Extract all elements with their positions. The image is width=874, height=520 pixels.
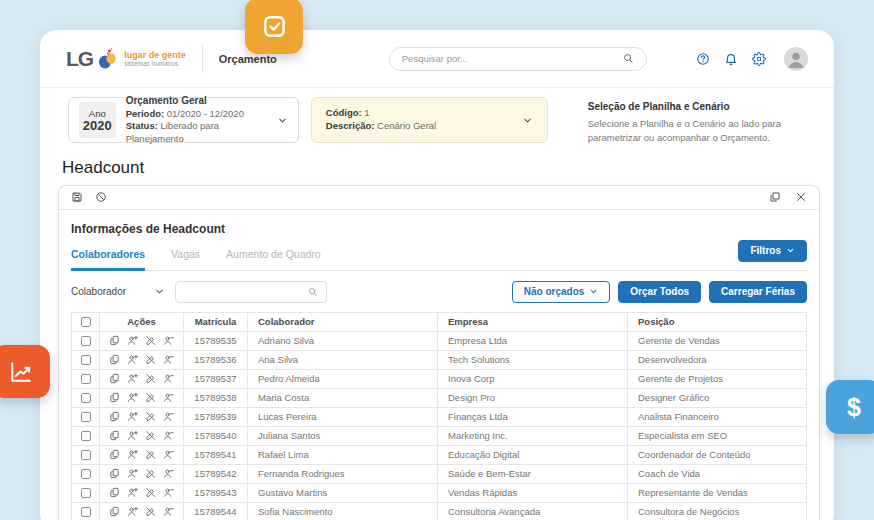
posicao-cell: Gerente de Vendas <box>628 331 807 350</box>
edit-off-icon[interactable] <box>145 430 156 441</box>
collaborator-search[interactable] <box>175 281 327 303</box>
copy-icon[interactable] <box>109 430 120 441</box>
block-icon[interactable] <box>95 191 107 203</box>
edit-off-icon[interactable] <box>145 373 156 384</box>
row-checkbox[interactable] <box>81 431 91 441</box>
edit-off-icon[interactable] <box>145 449 156 460</box>
person-add-icon[interactable] <box>127 430 138 441</box>
dollar-badge: $ <box>826 380 874 434</box>
person-add-icon[interactable] <box>127 373 138 384</box>
person-add-icon[interactable] <box>127 335 138 346</box>
copy-icon[interactable] <box>109 506 120 517</box>
panel-window-controls <box>769 191 807 203</box>
row-checkbox[interactable] <box>81 412 91 422</box>
select-all-checkbox[interactable] <box>81 317 91 327</box>
row-checkbox[interactable] <box>81 355 91 365</box>
person-remove-icon[interactable] <box>163 487 174 498</box>
posicao-cell: Consultora de Negócios <box>628 502 807 520</box>
posicao-cell: Representante de Vendas <box>628 483 807 502</box>
person-add-icon[interactable] <box>127 506 138 517</box>
scenario-info: Código: 1 Descrição: Cenário Geral <box>326 107 436 133</box>
row-actions <box>100 430 183 441</box>
person-add-icon[interactable] <box>127 468 138 479</box>
copy-icon[interactable] <box>109 392 120 403</box>
tab-vagas[interactable]: Vagas <box>171 248 200 270</box>
scenario-selector[interactable]: Código: 1 Descrição: Cenário Geral <box>311 97 548 143</box>
person-add-icon[interactable] <box>127 487 138 498</box>
person-remove-icon[interactable] <box>163 411 174 422</box>
dollar-icon: $ <box>847 393 861 422</box>
save-icon[interactable] <box>71 191 83 203</box>
person-remove-icon[interactable] <box>163 354 174 365</box>
edit-off-icon[interactable] <box>145 468 156 479</box>
budget-status: Status: Liberado para Planejamento <box>126 120 267 146</box>
edit-off-icon[interactable] <box>145 411 156 422</box>
chevron-down-icon <box>786 246 795 255</box>
colaborador-cell: Rafael Lima <box>248 445 438 464</box>
nao-orcados-button[interactable]: Não orçados <box>512 281 611 303</box>
row-actions <box>100 449 183 460</box>
copy-icon[interactable] <box>109 468 120 479</box>
tab-aumento-de-quadro[interactable]: Aumento de Quadro <box>226 248 321 270</box>
empresa-cell: Finanças Ltda <box>438 407 628 426</box>
person-remove-icon[interactable] <box>163 335 174 346</box>
row-checkbox[interactable] <box>81 336 91 346</box>
headcount-panel: Informações de Headcount Colaboradores V… <box>58 185 820 520</box>
notifications-bell-icon[interactable] <box>724 52 738 66</box>
edit-off-icon[interactable] <box>145 354 156 365</box>
table-row: 15789536 Ana Silva Tech Solutions Desenv… <box>72 350 807 369</box>
row-actions <box>100 354 183 365</box>
app-window: LG lugar de gente sistemas humanos Orçam… <box>40 30 834 520</box>
tab-colaboradores[interactable]: Colaboradores <box>71 248 145 271</box>
row-checkbox[interactable] <box>81 507 91 517</box>
edit-off-icon[interactable] <box>145 392 156 403</box>
copy-icon[interactable] <box>109 411 120 422</box>
person-remove-icon[interactable] <box>163 392 174 403</box>
colaborador-cell: Fernanda Rodrigues <box>248 464 438 483</box>
budget-info: Orçamento Geral Período: 01/2020 - 12/20… <box>126 94 267 146</box>
row-actions <box>100 468 183 479</box>
matricula-cell: 15789537 <box>184 369 248 388</box>
copy-icon[interactable] <box>109 487 120 498</box>
person-add-icon[interactable] <box>127 354 138 365</box>
matricula-cell: 15789543 <box>184 483 248 502</box>
person-remove-icon[interactable] <box>163 430 174 441</box>
row-checkbox[interactable] <box>81 393 91 403</box>
collaborator-dropdown[interactable]: Colaborador <box>71 286 175 297</box>
budget-selector[interactable]: Ano 2020 Orçamento Geral Período: 01/202… <box>68 97 299 143</box>
row-checkbox[interactable] <box>81 450 91 460</box>
row-checkbox[interactable] <box>81 469 91 479</box>
global-search[interactable] <box>389 47 647 71</box>
restore-window-icon[interactable] <box>769 191 781 203</box>
copy-icon[interactable] <box>109 354 120 365</box>
row-checkbox[interactable] <box>81 374 91 384</box>
person-add-icon[interactable] <box>127 449 138 460</box>
collaborator-search-input[interactable] <box>184 286 308 297</box>
row-checkbox[interactable] <box>81 488 91 498</box>
person-remove-icon[interactable] <box>163 373 174 384</box>
empresa-cell: Inova Corp <box>438 369 628 388</box>
edit-off-icon[interactable] <box>145 335 156 346</box>
filters-button[interactable]: Filtros <box>738 240 807 262</box>
user-avatar[interactable] <box>784 47 808 71</box>
copy-icon[interactable] <box>109 335 120 346</box>
person-remove-icon[interactable] <box>163 506 174 517</box>
edit-off-icon[interactable] <box>145 506 156 517</box>
person-add-icon[interactable] <box>127 411 138 422</box>
help-icon[interactable] <box>696 52 710 66</box>
global-search-input[interactable] <box>402 53 623 64</box>
person-add-icon[interactable] <box>127 392 138 403</box>
empresa-cell: Saúde e Bem-Estar <box>438 464 628 483</box>
colaborador-cell: Gustavo Martins <box>248 483 438 502</box>
carregar-ferias-button[interactable]: Carregar Férias <box>709 281 807 303</box>
copy-icon[interactable] <box>109 373 120 384</box>
edit-off-icon[interactable] <box>145 487 156 498</box>
settings-gear-icon[interactable] <box>752 52 766 66</box>
close-icon[interactable] <box>795 191 807 203</box>
orcar-todos-button[interactable]: Orçar Todos <box>618 281 701 303</box>
copy-icon[interactable] <box>109 449 120 460</box>
person-remove-icon[interactable] <box>163 449 174 460</box>
person-remove-icon[interactable] <box>163 468 174 479</box>
empresa-cell: Tech Solutions <box>438 350 628 369</box>
colaborador-cell: Maria Costa <box>248 388 438 407</box>
